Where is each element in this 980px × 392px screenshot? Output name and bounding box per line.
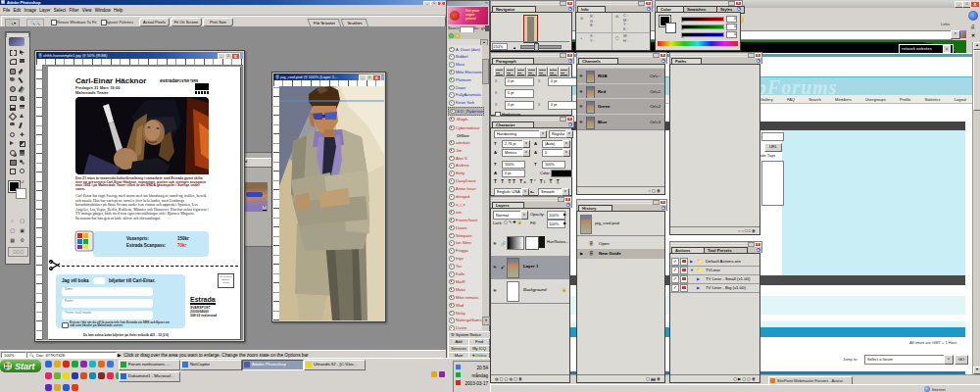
svg-text:Start: Start [15, 362, 36, 371]
